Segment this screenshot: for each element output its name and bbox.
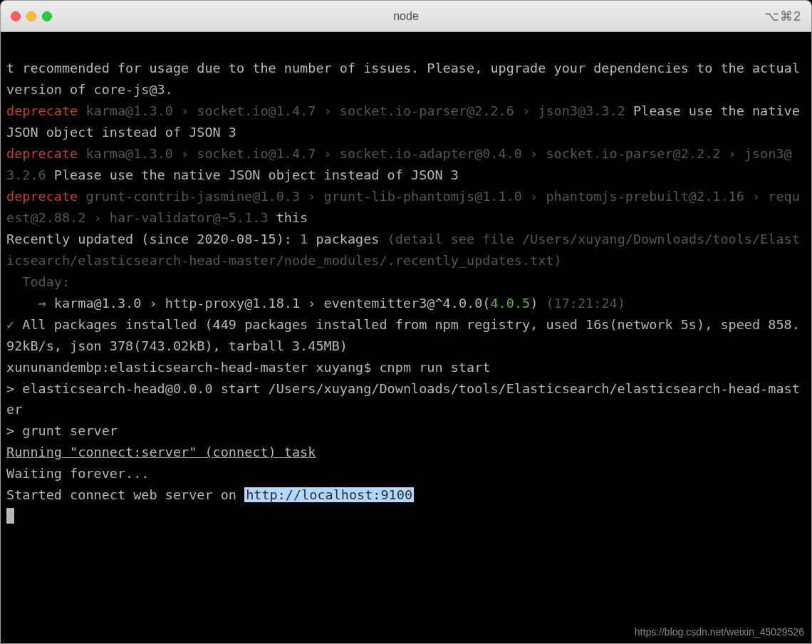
cursor [6, 508, 14, 524]
output-line: deprecate grunt-contrib-jasmine@1.0.3 › … [6, 186, 806, 229]
minimize-button[interactable] [26, 11, 36, 21]
terminal-window: node ⌥⌘2 t recommended for usage due to … [0, 0, 812, 644]
window-titlebar: node ⌥⌘2 [1, 1, 811, 32]
window-shortcut: ⌥⌘2 [764, 9, 801, 24]
maximize-button[interactable] [42, 11, 52, 21]
server-msg: Started connect web server on [6, 487, 244, 502]
dep-msg: Please use the native JSON object instea… [54, 167, 459, 182]
output-line: deprecate karma@1.3.0 › socket.io@1.4.7 … [6, 143, 806, 186]
close-button[interactable] [11, 11, 21, 21]
output-line: Recently updated (since 2020-08-15): 1 p… [6, 229, 806, 271]
output-line: > elasticsearch-head@0.0.0 start /Users/… [6, 378, 806, 421]
output-line: → karma@1.3.0 › http-proxy@1.18.1 › even… [6, 293, 806, 314]
output-line: > grunt server [6, 420, 806, 442]
pkg-version: 4.0.5 [490, 296, 530, 311]
dep-msg: this [276, 210, 308, 225]
output-line: Today: [6, 271, 806, 293]
output-line: Waiting forever... [6, 463, 806, 484]
prompt-line: xununandembp:elasticsearch-head-master x… [6, 357, 806, 378]
dep-chain: karma@1.3.0 › socket.io@1.4.7 › socket.i… [78, 103, 633, 118]
dep-chain: grunt-contrib-jasmine@1.0.3 › grunt-lib-… [6, 189, 800, 225]
install-summary: All packages installed (449 packages ins… [6, 317, 800, 353]
watermark: https://blog.csdn.net/weixin_45029526 [635, 624, 804, 640]
output-line: Started connect web server on http://loc… [6, 484, 806, 506]
output-line: deprecate karma@1.3.0 › socket.io@1.4.7 … [6, 100, 806, 143]
server-url[interactable]: http://localhost:9100 [244, 487, 414, 502]
output-line: t recommended for usage due to the numbe… [6, 58, 806, 100]
pkg-paren: ) [530, 296, 546, 311]
timestamp: (17:21:24) [546, 296, 625, 311]
recent-prefix: Recently updated (since 2020-08-15): [6, 232, 300, 246]
deprecate-tag: deprecate [6, 189, 78, 204]
pkg-chain: karma@1.3.0 › http-proxy@1.18.1 › evente… [46, 296, 491, 311]
deprecate-tag: deprecate [6, 146, 78, 161]
window-title: node [393, 10, 419, 23]
arrow-icon: → [6, 296, 46, 311]
terminal-content[interactable]: t recommended for usage due to the numbe… [1, 32, 811, 643]
task-line: Running "connect:server" (connect) task [6, 442, 806, 463]
check-icon: ✓ [6, 317, 14, 332]
recent-pkg: packages [308, 232, 387, 246]
recent-count: 1 [300, 232, 308, 246]
traffic-lights [1, 11, 52, 21]
output-line: ✓ All packages installed (449 packages i… [6, 314, 806, 357]
deprecate-tag: deprecate [6, 103, 78, 118]
